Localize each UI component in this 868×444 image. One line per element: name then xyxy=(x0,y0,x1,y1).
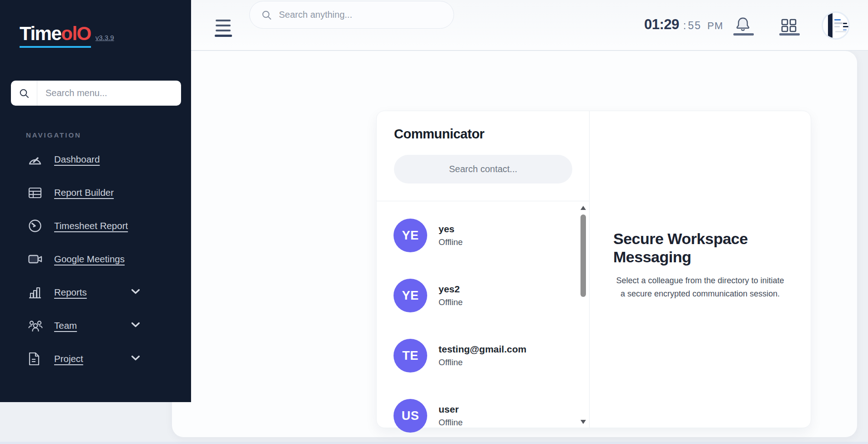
notifications-button[interactable] xyxy=(734,16,752,33)
message-panel-subtitle: Select a colleague from the directory to… xyxy=(613,274,787,301)
contact-list-scrollbar[interactable] xyxy=(580,201,586,429)
communicator-column: Communicator YE yes Offline YE yes2 Offl… xyxy=(377,111,590,428)
contact-status: Offline xyxy=(439,297,463,307)
contact-name: yes2 xyxy=(439,284,463,295)
contact-name: yes xyxy=(439,224,463,235)
logo-text-olo: olO xyxy=(61,23,91,44)
clock-seconds: 55 xyxy=(688,20,701,32)
topbar: Search anything... 01:29 : 55 PM xyxy=(191,0,868,51)
sidebar-item-label: Reports xyxy=(54,287,87,298)
sidebar-item-label: Project xyxy=(54,353,83,364)
contact-search-input[interactable] xyxy=(394,155,572,184)
sidebar: TimeolO v3.3.9 NAVIGATION Dashboard xyxy=(0,0,191,402)
contact-avatar: YE xyxy=(394,279,427,312)
sidebar-item-label: Report Builder xyxy=(54,187,114,198)
message-panel: Secure Workspace Messaging Select a coll… xyxy=(590,111,811,428)
contact-name: testing@gmail.com xyxy=(439,344,526,355)
sidebar-item-label: Timesheet Report xyxy=(54,220,128,231)
contact-list: YE yes Offline YE yes2 Offline TE testin… xyxy=(377,201,589,428)
gauge-icon xyxy=(28,152,43,167)
apps-grid-indicator xyxy=(779,33,800,36)
avatar-thumbnail-sidebar xyxy=(828,13,833,38)
sidebar-item-project[interactable]: Project xyxy=(0,342,191,375)
clock-icon xyxy=(28,218,43,234)
scrollbar-thumb[interactable] xyxy=(580,214,586,297)
bell-icon xyxy=(734,16,752,33)
chevron-down-icon[interactable] xyxy=(131,355,140,361)
message-panel-title: Secure Workspace Messaging xyxy=(613,230,787,266)
sidebar-item-reports[interactable]: Reports xyxy=(0,276,191,309)
sidebar-item-team[interactable]: Team xyxy=(0,309,191,342)
clock-meridiem: PM xyxy=(707,20,723,32)
sidebar-item-report-builder[interactable]: Report Builder xyxy=(0,176,191,209)
sidebar-item-label: Dashboard xyxy=(54,154,100,165)
contact-row-yes2[interactable]: YE yes2 Offline xyxy=(377,265,589,326)
sidebar-item-timesheet-report[interactable]: Timesheet Report xyxy=(0,209,191,242)
grid-icon xyxy=(781,19,797,32)
notifications-indicator xyxy=(733,33,754,36)
contact-row-yes[interactable]: YE yes Offline xyxy=(377,205,589,265)
search-icon xyxy=(262,10,272,20)
contact-avatar: TE xyxy=(394,339,427,373)
sidebar-item-google-meetings[interactable]: Google Meetings xyxy=(0,242,191,276)
global-search[interactable]: Search anything... xyxy=(249,1,454,29)
communicator-header: Communicator xyxy=(377,111,589,201)
contact-row-testing[interactable]: TE testing@gmail.com Offline xyxy=(377,326,589,386)
logo-text-time: Time xyxy=(20,23,61,44)
sidebar-item-dashboard[interactable]: Dashboard xyxy=(0,143,191,176)
document-icon xyxy=(28,351,43,367)
contact-row-user[interactable]: US user Offline xyxy=(377,386,589,444)
contact-avatar: US xyxy=(394,399,427,433)
apps-grid-button[interactable] xyxy=(781,19,797,32)
user-avatar[interactable] xyxy=(822,11,850,40)
scroll-up-arrow-icon[interactable] xyxy=(580,206,586,210)
sidebar-nav: Dashboard Report Builder Timesheet Repo xyxy=(0,143,191,375)
sidebar-item-label: Google Meetings xyxy=(54,254,125,265)
communicator-title: Communicator xyxy=(394,127,572,142)
scroll-down-arrow-icon[interactable] xyxy=(580,420,586,424)
sidebar-search-button[interactable] xyxy=(11,81,37,106)
sidebar-search-input[interactable] xyxy=(37,88,181,98)
communicator-card: Communicator YE yes Offline YE yes2 Offl… xyxy=(376,111,811,428)
contact-name: user xyxy=(439,404,463,415)
chevron-down-icon[interactable] xyxy=(131,289,140,294)
sidebar-search xyxy=(11,81,181,106)
nav-section-label: NAVIGATION xyxy=(26,131,81,139)
clock: 01:29 : 55 PM xyxy=(644,16,723,33)
video-camera-icon xyxy=(28,251,43,267)
contact-status: Offline xyxy=(439,418,463,428)
global-search-placeholder: Search anything... xyxy=(279,10,352,20)
search-icon xyxy=(19,88,29,98)
chevron-down-icon[interactable] xyxy=(131,322,140,327)
app-version-link[interactable]: v3.3.9 xyxy=(96,34,114,41)
app-logo[interactable]: TimeolO xyxy=(20,23,91,48)
table-icon xyxy=(28,185,43,200)
clock-separator: : xyxy=(683,20,686,32)
clock-hours-minutes: 01:29 xyxy=(644,16,679,33)
hamburger-menu-icon[interactable] xyxy=(215,20,232,36)
contact-avatar: YE xyxy=(394,219,427,252)
sidebar-item-label: Team xyxy=(54,320,77,331)
bar-chart-icon xyxy=(28,285,43,300)
contact-status: Offline xyxy=(439,357,526,367)
team-icon xyxy=(28,318,43,333)
contact-status: Offline xyxy=(439,237,463,247)
